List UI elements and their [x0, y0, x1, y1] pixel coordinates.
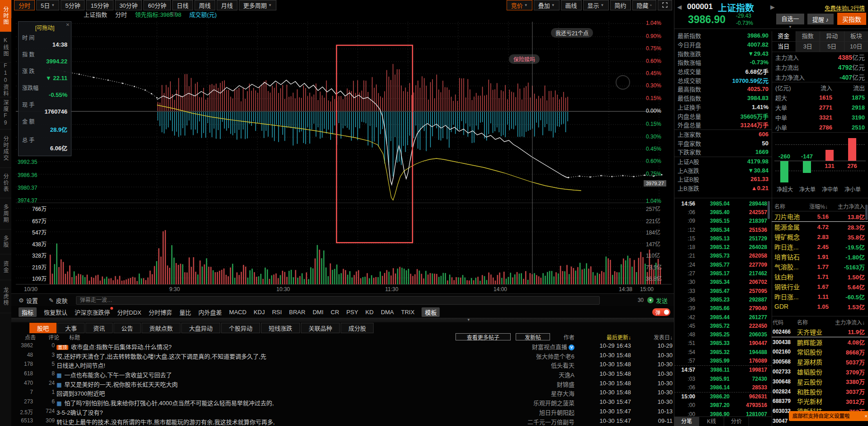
stock-row[interactable]: 300568星源材质5037万 — [772, 357, 868, 367]
buy-index-button[interactable]: 买指数 — [837, 13, 866, 25]
col-updated-sort[interactable]: 最后更新↓ — [586, 333, 631, 341]
danmaku-input[interactable] — [76, 296, 600, 305]
forum-tab-大盘异动[interactable]: 大盘异动 — [181, 323, 220, 333]
chevron-left-icon[interactable]: ◀ — [677, 4, 682, 10]
concept-row[interactable]: 能源金属4.7228.3亿 — [772, 222, 868, 232]
post-title[interactable]: 转让史上最牛的技术,没有所谓的牛市,熊市都能玩的游刃有余,我这技术就算你亏再多, — [57, 417, 446, 426]
sidebar-item-龙虎榜[interactable]: 龙虎榜 — [0, 280, 11, 313]
period-tab-月线[interactable]: 月线 — [217, 0, 237, 10]
post-author[interactable]: 星存大海 — [484, 389, 574, 397]
forum-tab-个股异动[interactable]: 个股异动 — [221, 323, 260, 333]
fund-tab-异动[interactable]: 异动 — [820, 31, 844, 41]
fund-tab-资金[interactable]: 资金 — [772, 31, 796, 41]
alert-button[interactable]: 提醒 ♪ — [807, 14, 834, 24]
close-icon[interactable]: ✕ — [66, 22, 70, 27]
indicator-tab-分时DDX[interactable]: 分时DDX — [117, 308, 141, 316]
indicator-tab-指标[interactable]: 指标 — [19, 307, 37, 317]
forum-row[interactable]: 71回调到3700附近吧星存大海10-30 15:4810-30 — [11, 389, 674, 398]
forum-row[interactable]: 1785日线进入时间节点!低头看天10-30 15:4810-30 — [11, 361, 674, 370]
concept-row[interactable]: 昨日涨...1.11-60.5亿 — [772, 292, 868, 302]
indicator-tab-DMA[interactable]: DMA — [381, 309, 394, 316]
period-tab-60分钟[interactable]: 60分钟 — [143, 0, 171, 10]
sidebar-item-分价表[interactable]: 分价表 — [0, 168, 11, 198]
indicator-tab-BRAR[interactable]: BRAR — [289, 309, 305, 316]
forum-row[interactable]: 47024▦早又是美好的一天,祝你股市长虹天天吃大肉财锦盛10-30 15:48… — [11, 380, 674, 389]
tool-button-竞价[interactable]: 竞价▼ — [507, 0, 532, 10]
chevron-right-icon[interactable]: ▶ — [770, 4, 775, 10]
concept-row[interactable]: 钛白粉1.711.50亿 — [772, 272, 868, 282]
post-author[interactable]: 财锦盛 — [484, 380, 574, 388]
fund-subtab-当日[interactable]: 当日 — [772, 42, 796, 52]
post-title[interactable]: 3-5-2确认了没有? — [57, 408, 446, 416]
post-author[interactable]: 二千元一万倍副号 — [484, 417, 574, 426]
forum-tab-短线涨跌[interactable]: 短线涨跌 — [261, 323, 300, 333]
forum-row[interactable]: 38620置顶收市盘点:指数午后集体异动,什么情况?财富视点直播V10-29 1… — [11, 342, 674, 352]
post-author[interactable]: 乐观开朗之菠菜 — [484, 398, 574, 407]
timeshare-chart[interactable]: 3992.353986.363980.373974.37766万657万547万… — [11, 18, 674, 293]
indicator-tab-RSI[interactable]: RSI — [272, 309, 282, 316]
fund-tab-板块[interactable]: 板块 — [844, 31, 868, 41]
post-title[interactable]: ▦一点也布能贪心,下午一贪收益又亏回去了 — [57, 370, 446, 379]
forum-row[interactable]: 2736▦怕了吗?别怕别怕,我来给你打强心针,4000点当然不可能这么轻而易举就… — [11, 398, 674, 408]
col-posted-sort[interactable]: 发表日↓ — [640, 333, 673, 341]
stock-row[interactable]: 300648星云股份3380万 — [772, 377, 868, 387]
stock-row[interactable]: 300438鹏辉能源4.08亿 — [772, 337, 868, 347]
period-tab-5日[interactable]: 5日▼ — [36, 0, 59, 10]
post-title[interactable]: 日线进入时间节点! — [57, 361, 446, 369]
post-title[interactable]: ▦早又是美好的一天,祝你股市长虹天天吃大肉 — [57, 380, 446, 388]
post-author[interactable]: 张大帅是个老6 — [484, 352, 574, 360]
send-icon[interactable]: ▾ — [647, 297, 654, 303]
forum-tab-股吧[interactable]: 股吧 — [29, 323, 57, 333]
period-tab-15分钟[interactable]: 15分钟 — [86, 0, 113, 10]
stock-row[interactable]: 688379华光新材3012万 — [772, 397, 868, 407]
indicator-tab-PSY[interactable]: PSY — [346, 309, 358, 316]
tick-tab-分笔[interactable]: 分笔 — [674, 417, 699, 426]
send-button[interactable]: 发送 — [656, 296, 668, 305]
post-title[interactable]: 哎,还好昨天清仓了,出去转转散散心喽!大盘,这次下调是真的,不知道要调多久了,先 — [57, 352, 446, 360]
tool-button-隐藏[interactable]: 隐藏» — [632, 0, 656, 10]
period-tab-更多周期[interactable]: 更多周期▼ — [239, 0, 276, 10]
tick-list[interactable]: 14:563985.04289448:063985.40242557:09398… — [674, 199, 772, 418]
forum-row[interactable]: 6513309转让史上最牛的技术,没有所谓的牛市,熊市都能玩的游刃有余,我这技术… — [11, 417, 674, 426]
more-posts-button[interactable]: 查看更多帖子 — [455, 333, 511, 340]
stock-flow-list[interactable]: 代码名称主力净流入↓002466天齐锂业11.9亿300438鹏辉能源4.08亿… — [772, 317, 868, 426]
tool-button-画线[interactable]: 画线 — [561, 0, 582, 10]
skin-button[interactable]: 皮肤 — [56, 296, 68, 305]
indicator-tab-TRIX[interactable]: TRIX — [401, 309, 415, 316]
forum-tab-成分股[interactable]: 成分股 — [341, 323, 374, 333]
sidebar-item-深度F9[interactable]: 深度F9 — [0, 97, 11, 129]
post-title[interactable]: 置顶收市盘点:指数午后集体异动,什么情况? — [57, 342, 446, 351]
period-tab-5分钟[interactable]: 5分钟 — [61, 0, 85, 10]
settings-button[interactable]: 设置 — [26, 296, 38, 305]
forum-tab-关联品种[interactable]: 关联品种 — [301, 323, 340, 333]
concept-row[interactable]: 钢铁行业1.675.64亿 — [772, 282, 868, 292]
stock-row[interactable]: 002733雄韬股份3709万 — [772, 367, 868, 377]
indicator-tab-内外盘差[interactable]: 内外盘差 — [199, 308, 222, 316]
post-author[interactable]: 旭日升朝阳起 — [484, 408, 574, 416]
tool-button-简约[interactable]: 简约 — [610, 0, 631, 10]
period-tab-分时[interactable]: 分时 — [14, 0, 35, 10]
stock-row[interactable]: 002466天齐锂业11.9亿 — [772, 327, 868, 337]
forum-row[interactable]: 6188▦一点也布能贪心,下午一贪收益又亏回去了天逸A10-30 15:4810… — [11, 370, 674, 380]
fund-subtab-3日[interactable]: 3日 — [796, 42, 821, 52]
indicator-tab-沪深京涨跌停[interactable]: 沪深京涨跌停 — [75, 308, 110, 316]
sidebar-item-资金[interactable]: 资金 — [0, 254, 11, 280]
tool-button-叠加[interactable]: 叠加▼ — [534, 0, 560, 10]
concept-row[interactable]: 培育钻石1.91-1.80亿 — [772, 252, 868, 262]
hover-info-panel[interactable]: ✕ [可拖动] 时 间14:38指 数3994.22涨 跌▼ 22.11涨跌幅-… — [18, 21, 71, 156]
danmaku-toggle[interactable]: 弹 — [652, 308, 670, 316]
post-author[interactable]: 财富视点直播V — [484, 342, 574, 351]
stock-row[interactable]: 002824和胜股份3037万 — [772, 387, 868, 397]
indicator-tab-恢复默认[interactable]: 恢复默认 — [44, 308, 67, 316]
sidebar-item-多周期[interactable]: 多周期 — [0, 198, 11, 230]
indicator-tab-KD[interactable]: KD — [365, 309, 374, 316]
indicator-tab-DMI[interactable]: DMI — [313, 309, 323, 316]
indicator-tab-量比[interactable]: 量比 — [180, 308, 191, 316]
fund-subtab-5日[interactable]: 5日 — [820, 42, 844, 52]
concept-row[interactable]: GDR1.051.53亿 — [772, 302, 868, 311]
indicator-tab-模板[interactable]: 模板 — [422, 307, 440, 317]
concept-row[interactable]: 气溶胶...1.77-5163万 — [772, 262, 868, 272]
forum-tab-贡献点数[interactable]: 贡献点数 — [142, 323, 180, 333]
period-tab-30分钟[interactable]: 30分钟 — [115, 0, 142, 10]
l2-link[interactable]: 免费体验L2行情 — [825, 4, 865, 12]
